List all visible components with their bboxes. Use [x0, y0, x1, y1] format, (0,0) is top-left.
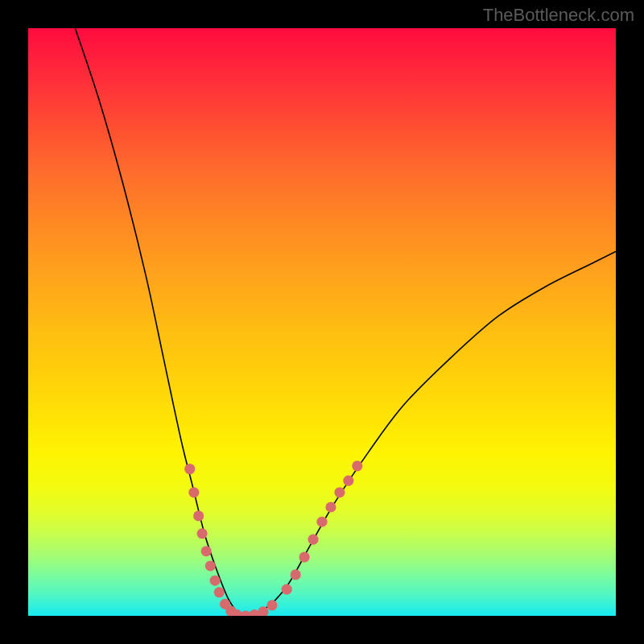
data-point [325, 502, 336, 512]
data-point [197, 528, 208, 539]
data-point [205, 560, 216, 571]
data-points [184, 460, 362, 616]
data-point [214, 587, 225, 597]
watermark-label: TheBottleneck.com [483, 5, 634, 26]
data-point [352, 460, 362, 471]
chart-container: TheBottleneck.com [0, 0, 644, 644]
data-point [334, 487, 345, 497]
left-curve [75, 28, 239, 616]
data-point [299, 551, 310, 562]
data-point [184, 464, 195, 474]
data-point [291, 569, 301, 580]
curve-svg [28, 28, 616, 616]
data-point [266, 600, 277, 610]
data-point [316, 517, 327, 527]
data-point [308, 535, 318, 545]
data-point [188, 487, 199, 497]
right-curve [240, 251, 616, 616]
plot-area [28, 28, 616, 616]
data-point [343, 476, 353, 486]
data-point [193, 510, 204, 521]
data-point [201, 546, 212, 556]
data-point [282, 584, 292, 595]
data-point [210, 576, 221, 586]
